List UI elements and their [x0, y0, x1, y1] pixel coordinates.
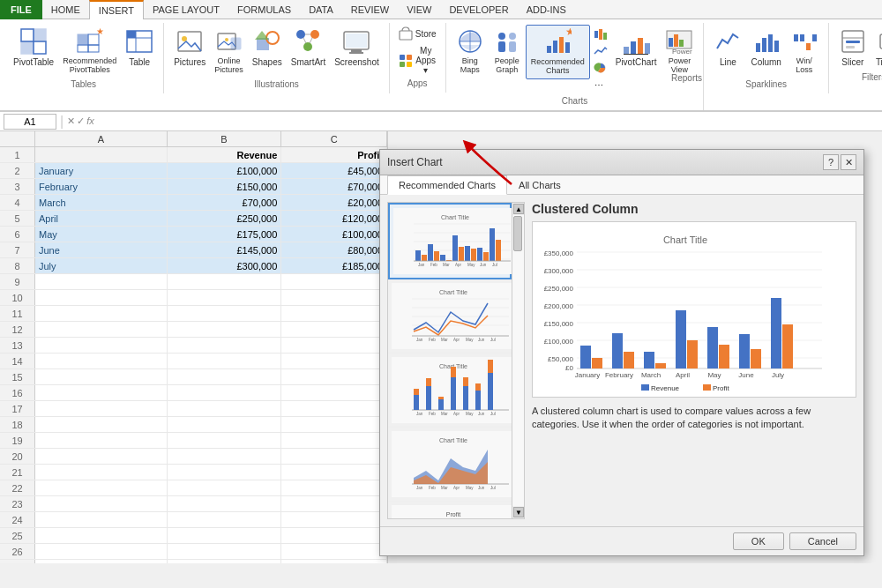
cell-a14[interactable] — [35, 354, 168, 368]
insert-function-icon[interactable]: fx — [86, 115, 94, 127]
dialog-help-button[interactable]: ? — [823, 154, 839, 170]
cell-c16[interactable] — [281, 385, 387, 400]
cell-c6[interactable]: £100,000 — [281, 227, 387, 242]
cell-a23[interactable] — [35, 496, 168, 511]
cell-a26[interactable] — [35, 544, 168, 559]
cell-b5[interactable]: £250,000 — [168, 211, 282, 226]
recommended-charts-button[interactable]: ★ RecommendedCharts — [526, 25, 590, 79]
slicer-button[interactable]: Slicer — [834, 25, 871, 70]
dialog-tab-recommended[interactable]: Recommended Charts — [387, 175, 507, 195]
cell-b3[interactable]: £150,000 — [168, 179, 282, 194]
pictures-button[interactable]: Pictures — [169, 25, 210, 70]
cell-c23[interactable] — [281, 496, 387, 511]
cell-c2[interactable]: £45,000 — [281, 163, 387, 178]
screenshot-button[interactable]: Screenshot — [330, 25, 384, 70]
dialog-tab-all[interactable]: All Charts — [507, 175, 572, 194]
cell-reference-box[interactable] — [4, 114, 56, 130]
tab-insert[interactable]: INSERT — [89, 0, 144, 19]
tab-review[interactable]: REVIEW — [342, 0, 398, 19]
people-graph-button[interactable]: PeopleGraph — [489, 25, 526, 78]
cell-c8[interactable]: £185,000 — [281, 258, 387, 273]
chart-thumbnail-line[interactable]: Chart Title Jan Feb Mar — [388, 279, 512, 354]
cell-b15[interactable] — [168, 369, 282, 384]
cell-b23[interactable] — [168, 496, 282, 511]
win-loss-button[interactable]: Win/Loss — [786, 25, 823, 78]
power-view-button[interactable]: Power View PowerView — [661, 25, 698, 78]
cell-a9[interactable] — [35, 274, 168, 289]
cell-b24[interactable] — [168, 512, 282, 527]
cell-a18[interactable] — [35, 417, 168, 432]
chart-list-scrollbar[interactable]: ▲ ▼ — [512, 203, 524, 518]
cell-a1[interactable] — [35, 147, 168, 162]
line-sparkline-button[interactable]: Line — [709, 25, 746, 70]
cell-a10[interactable] — [35, 290, 168, 305]
cell-a3[interactable]: February — [35, 179, 168, 194]
chart-thumbnail-area[interactable]: Chart Title Jan Feb Mar Apr May Jun J — [388, 428, 512, 502]
tab-developer[interactable]: DEVELOPER — [440, 0, 517, 19]
timeline-button[interactable]: Timeline — [871, 25, 882, 70]
cell-c20[interactable] — [281, 449, 387, 464]
tab-home[interactable]: HOME — [42, 0, 89, 19]
cell-b9[interactable] — [168, 274, 282, 289]
cell-a12[interactable] — [35, 322, 168, 337]
cell-c10[interactable] — [281, 290, 387, 305]
cell-c7[interactable]: £80,000 — [281, 242, 387, 257]
cell-a13[interactable] — [35, 338, 168, 353]
cell-c21[interactable] — [281, 465, 387, 480]
my-apps-button[interactable]: My Apps ▾ — [395, 44, 440, 77]
cell-c3[interactable]: £70,000 — [281, 179, 387, 194]
column-sparkline-button[interactable]: Column — [746, 25, 785, 70]
cell-b26[interactable] — [168, 544, 282, 559]
scroll-up-button[interactable]: ▲ — [513, 204, 524, 214]
cell-b12[interactable] — [168, 322, 282, 337]
cell-a2[interactable]: January — [35, 163, 168, 178]
dialog-close-button[interactable]: ✕ — [841, 154, 856, 170]
cell-c25[interactable] — [281, 528, 387, 543]
tab-view[interactable]: VIEW — [398, 0, 440, 19]
chart-thumbnail-clustered-column[interactable]: Chart Title — [388, 203, 512, 279]
cell-c11[interactable] — [281, 306, 387, 321]
cell-b21[interactable] — [168, 465, 282, 480]
cell-a8[interactable]: July — [35, 258, 168, 273]
cell-c9[interactable] — [281, 274, 387, 289]
cell-c26[interactable] — [281, 544, 387, 559]
store-button[interactable]: Store — [395, 25, 440, 42]
cell-a20[interactable] — [35, 449, 168, 464]
online-pictures-button[interactable]: OnlinePictures — [210, 25, 248, 78]
cancel-formula-icon[interactable]: ✕ — [67, 115, 75, 127]
cell-c14[interactable] — [281, 354, 387, 368]
cell-c4[interactable]: £20,000 — [281, 195, 387, 210]
cell-a7[interactable]: June — [35, 242, 168, 257]
pivot-chart-button[interactable]: PivotChart — [611, 25, 662, 70]
cell-b18[interactable] — [168, 417, 282, 432]
bing-maps-button[interactable]: BingMaps — [452, 25, 489, 78]
cell-c17[interactable] — [281, 401, 387, 416]
pie-chart-button[interactable] — [590, 60, 611, 76]
bar-chart-button[interactable] — [590, 26, 611, 42]
shapes-button[interactable]: Shapes — [248, 25, 287, 70]
cell-c19[interactable] — [281, 433, 387, 448]
cancel-button[interactable]: Cancel — [789, 532, 856, 550]
cell-b20[interactable] — [168, 449, 282, 464]
cell-a25[interactable] — [35, 528, 168, 543]
cell-c13[interactable] — [281, 338, 387, 353]
cell-b13[interactable] — [168, 338, 282, 353]
cell-b2[interactable]: £100,000 — [168, 163, 282, 178]
cell-c15[interactable] — [281, 369, 387, 384]
smartart-button[interactable]: SmartArt — [287, 25, 330, 70]
cell-a22[interactable] — [35, 480, 168, 495]
cell-b4[interactable]: £70,000 — [168, 195, 282, 210]
cell-a27[interactable] — [35, 560, 168, 563]
cell-a17[interactable] — [35, 401, 168, 416]
cell-a19[interactable] — [35, 433, 168, 448]
table-button[interactable]: Table — [121, 25, 158, 70]
cell-b1[interactable]: Revenue — [168, 147, 282, 162]
recommended-pivottables-button[interactable]: ★ RecommendedPivotTables — [58, 25, 121, 78]
cell-b6[interactable]: £175,000 — [168, 227, 282, 242]
scroll-thumb[interactable] — [513, 216, 522, 251]
tab-add-ins[interactable]: ADD-INS — [518, 0, 575, 19]
more-charts-button[interactable]: ⋯ — [590, 77, 611, 93]
tab-data[interactable]: DATA — [300, 0, 342, 19]
cell-b11[interactable] — [168, 306, 282, 321]
tab-page-layout[interactable]: PAGE LAYOUT — [144, 0, 228, 19]
